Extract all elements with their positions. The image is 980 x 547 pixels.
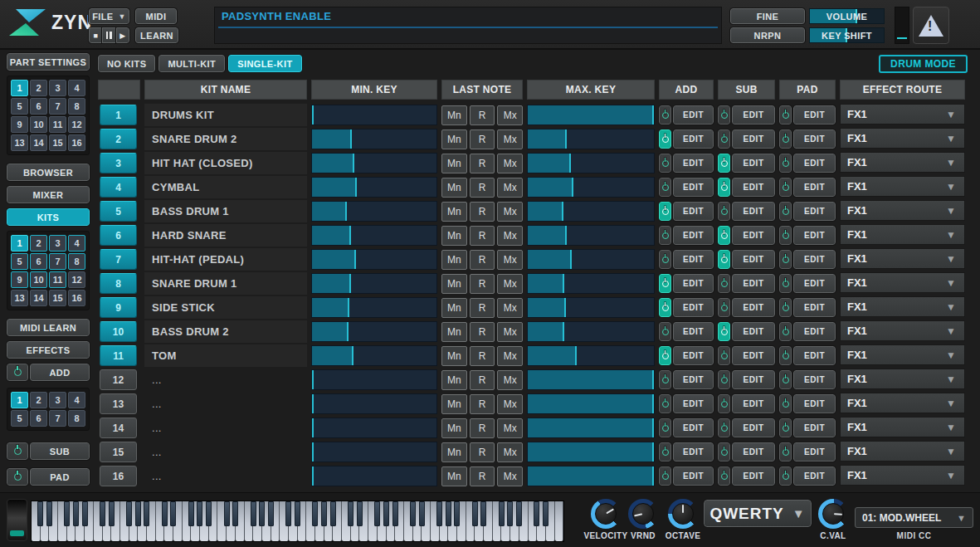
voice-select-button[interactable]: 5: [11, 410, 28, 427]
effect-route-dropdown[interactable]: FX1 ▼: [840, 104, 965, 125]
last-note-r-button[interactable]: R: [470, 322, 495, 342]
add-power-toggle[interactable]: [659, 322, 671, 341]
pad-edit-button[interactable]: EDIT: [793, 442, 836, 462]
max-key-slider[interactable]: [527, 466, 655, 486]
add-engine-button[interactable]: ADD: [30, 364, 90, 381]
black-key[interactable]: [321, 501, 327, 526]
effect-route-dropdown[interactable]: FX1 ▼: [840, 465, 965, 486]
last-note-min-button[interactable]: Mn: [441, 298, 467, 318]
sub-edit-button[interactable]: EDIT: [732, 226, 775, 245]
part-select-button[interactable]: 15: [49, 134, 66, 151]
sub-edit-button[interactable]: EDIT: [732, 202, 775, 221]
kit-number-button[interactable]: 9: [100, 297, 137, 318]
min-key-slider[interactable]: [311, 225, 437, 246]
play-button[interactable]: ▶: [116, 27, 129, 43]
nrpn-button[interactable]: NRPN: [730, 27, 805, 43]
last-note-min-button[interactable]: Mn: [441, 466, 467, 486]
add-power-toggle[interactable]: [659, 418, 671, 437]
last-note-r-button[interactable]: R: [470, 178, 495, 198]
black-key[interactable]: [348, 501, 353, 526]
pad-edit-button[interactable]: EDIT: [793, 178, 836, 197]
last-note-r-button[interactable]: R: [470, 418, 495, 438]
sub-power-toggle[interactable]: [718, 129, 730, 149]
sub-edit-button[interactable]: EDIT: [732, 346, 775, 365]
last-note-max-button[interactable]: Mx: [497, 418, 523, 438]
sub-power-toggle[interactable]: [718, 154, 730, 173]
kit-name-field[interactable]: DRUMS KIT: [144, 104, 307, 126]
kit-name-field[interactable]: SIDE STICK: [144, 296, 307, 319]
black-key[interactable]: [472, 501, 478, 526]
sub-edit-button[interactable]: EDIT: [732, 394, 775, 413]
part-select-button[interactable]: 4: [68, 80, 85, 96]
add-power-toggle[interactable]: [659, 129, 671, 149]
kit-number-button[interactable]: 10: [100, 321, 137, 342]
add-power-toggle[interactable]: [659, 202, 671, 221]
last-note-max-button[interactable]: Mx: [497, 298, 523, 318]
kit-name-field[interactable]: SNARE DRUM 2: [144, 128, 307, 150]
add-power-toggle[interactable]: [659, 250, 671, 269]
midi-cc-dropdown[interactable]: 01: MOD.WHEEL ▼: [855, 507, 973, 528]
kit-select-button[interactable]: 2: [30, 235, 47, 252]
kit-name-field[interactable]: HIT HAT (CLOSED): [144, 152, 307, 174]
part-select-button[interactable]: 10: [30, 116, 47, 133]
pad-power-toggle[interactable]: [779, 105, 792, 125]
part-select-button[interactable]: 11: [49, 116, 66, 133]
part-select-button[interactable]: 14: [30, 134, 47, 151]
black-key[interactable]: [534, 501, 539, 526]
kit-select-button[interactable]: 16: [68, 290, 85, 306]
black-key[interactable]: [268, 501, 274, 526]
black-key[interactable]: [126, 501, 132, 526]
key-shift-slider[interactable]: KEY SHIFT: [809, 27, 885, 43]
fine-button[interactable]: FINE: [730, 8, 805, 24]
kit-number-button[interactable]: 14: [100, 418, 137, 438]
kit-number-button[interactable]: 1: [100, 105, 137, 125]
black-key[interactable]: [197, 501, 202, 526]
part-select-button[interactable]: 2: [30, 80, 47, 96]
add-edit-button[interactable]: EDIT: [673, 346, 714, 365]
pitch-wheel[interactable]: [7, 499, 27, 541]
kit-select-button[interactable]: 1: [11, 235, 28, 252]
sub-edit-button[interactable]: EDIT: [732, 250, 775, 269]
black-key[interactable]: [109, 501, 115, 526]
black-key[interactable]: [516, 501, 522, 526]
last-note-r-button[interactable]: R: [470, 202, 495, 222]
add-edit-button[interactable]: EDIT: [673, 202, 714, 221]
effect-route-dropdown[interactable]: FX1 ▼: [840, 200, 965, 221]
black-key[interactable]: [285, 501, 291, 526]
add-edit-button[interactable]: EDIT: [673, 274, 714, 293]
max-key-slider[interactable]: [527, 273, 655, 294]
pad-edit-button[interactable]: EDIT: [793, 322, 836, 341]
part-select-button[interactable]: 8: [68, 98, 85, 115]
effect-route-dropdown[interactable]: FX1 ▼: [840, 128, 965, 149]
effects-button[interactable]: EFFECTS: [7, 341, 90, 359]
effect-route-dropdown[interactable]: FX1 ▼: [840, 248, 965, 269]
part-select-button[interactable]: 6: [30, 98, 47, 115]
sub-power-toggle[interactable]: [718, 226, 730, 245]
pad-edit-button[interactable]: EDIT: [793, 274, 836, 293]
kit-select-button[interactable]: 5: [11, 253, 28, 270]
add-power-toggle[interactable]: [659, 274, 671, 293]
kit-number-button[interactable]: 3: [100, 153, 137, 173]
pad-power-toggle[interactable]: [779, 370, 792, 389]
kit-name-field[interactable]: ...: [144, 417, 307, 439]
sub-edit-button[interactable]: EDIT: [732, 322, 775, 341]
black-key[interactable]: [543, 501, 549, 526]
sub-edit-button[interactable]: EDIT: [732, 178, 775, 197]
sub-power-toggle[interactable]: [718, 466, 730, 486]
black-key[interactable]: [135, 501, 141, 526]
black-key[interactable]: [188, 501, 194, 526]
midi-button[interactable]: MIDI: [135, 8, 177, 24]
max-key-slider[interactable]: [527, 442, 655, 462]
kit-number-button[interactable]: 4: [100, 177, 137, 198]
sub-engine-power-toggle[interactable]: [7, 442, 28, 460]
add-power-toggle[interactable]: [659, 394, 671, 413]
sub-edit-button[interactable]: EDIT: [732, 154, 775, 173]
sub-edit-button[interactable]: EDIT: [732, 274, 775, 293]
add-power-toggle[interactable]: [659, 442, 671, 462]
part-settings-button[interactable]: PART SETTINGS: [7, 53, 90, 71]
min-key-slider[interactable]: [311, 105, 437, 125]
sub-power-toggle[interactable]: [718, 250, 730, 269]
white-key[interactable]: [555, 501, 564, 541]
pad-power-toggle[interactable]: [779, 274, 792, 293]
kit-name-field[interactable]: TOM: [144, 344, 307, 367]
